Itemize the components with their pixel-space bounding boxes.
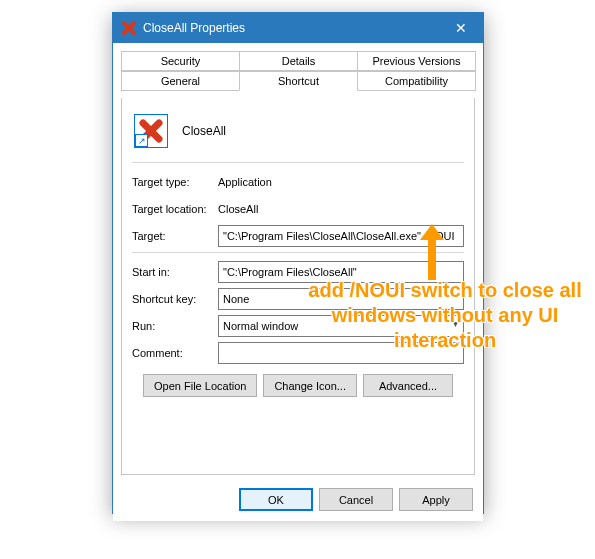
separator — [132, 162, 464, 163]
start-in-input[interactable] — [218, 261, 464, 283]
tab-previous-versions[interactable]: Previous Versions — [357, 51, 476, 71]
app-shortcut-icon: ↗ — [134, 114, 168, 148]
tab-body: ↗ CloseAll Target type: Application Targ… — [121, 98, 475, 475]
change-icon-button[interactable]: Change Icon... — [263, 374, 357, 397]
run-select[interactable] — [218, 315, 464, 337]
dialog-buttons: OK Cancel Apply — [239, 488, 473, 511]
comment-label: Comment: — [132, 347, 218, 359]
tab-strip: Security Details Previous Versions Gener… — [121, 51, 475, 91]
closeall-icon — [121, 20, 137, 36]
titlebar[interactable]: CloseAll Properties ✕ — [113, 13, 483, 43]
start-in-label: Start in: — [132, 266, 218, 278]
tab-security[interactable]: Security — [121, 51, 240, 71]
ok-button[interactable]: OK — [239, 488, 313, 511]
shortcut-key-label: Shortcut key: — [132, 293, 218, 305]
target-location-label: Target location: — [132, 203, 218, 215]
shortcut-key-input[interactable] — [218, 288, 464, 310]
window-title: CloseAll Properties — [143, 21, 245, 35]
client-area: Security Details Previous Versions Gener… — [113, 51, 483, 521]
open-file-location-button[interactable]: Open File Location — [143, 374, 257, 397]
separator — [132, 252, 464, 253]
target-type-value: Application — [218, 176, 272, 188]
tab-general[interactable]: General — [121, 71, 240, 91]
tab-details[interactable]: Details — [239, 51, 358, 71]
target-location-value: CloseAll — [218, 203, 258, 215]
cancel-button[interactable]: Cancel — [319, 488, 393, 511]
properties-window: CloseAll Properties ✕ Security Details P… — [112, 12, 484, 514]
comment-input[interactable] — [218, 342, 464, 364]
close-icon: ✕ — [455, 20, 467, 36]
target-type-label: Target type: — [132, 176, 218, 188]
tab-shortcut[interactable]: Shortcut — [239, 71, 358, 91]
window-close-button[interactable]: ✕ — [438, 13, 483, 43]
target-input[interactable] — [218, 225, 464, 247]
advanced-button[interactable]: Advanced... — [363, 374, 453, 397]
apply-button[interactable]: Apply — [399, 488, 473, 511]
run-label: Run: — [132, 320, 218, 332]
shortcut-badge-icon: ↗ — [135, 134, 148, 147]
shortcut-header: ↗ CloseAll — [132, 110, 464, 158]
target-label: Target: — [132, 230, 218, 242]
app-name-label: CloseAll — [182, 124, 226, 138]
tab-compatibility[interactable]: Compatibility — [357, 71, 476, 91]
